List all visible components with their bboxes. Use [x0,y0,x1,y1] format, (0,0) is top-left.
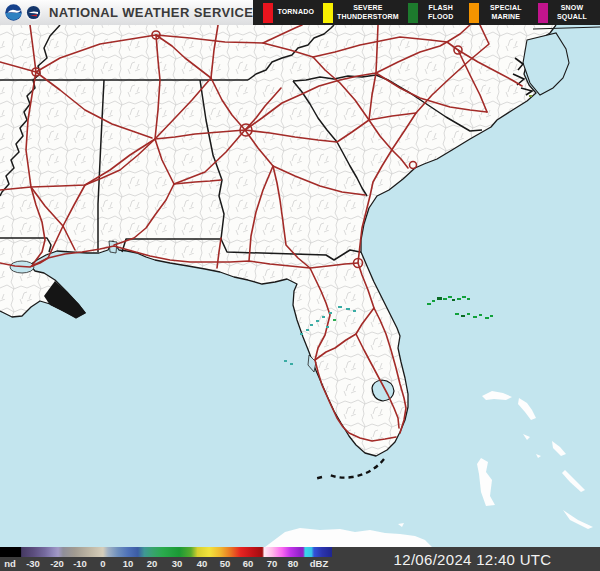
radar-echo [300,333,303,335]
nws-logo [25,4,42,21]
app-title: NATIONAL WEATHER SERVICE [49,5,253,20]
scale-tick: 30 [172,558,183,569]
logo-group [0,4,42,21]
timestamp-box: 12/06/2024 12:40 UTC [345,547,600,571]
legend-label: TORNADO [277,8,314,16]
radar-echo [490,315,493,317]
scale-tick: -30 [26,558,40,569]
scale-tick: -10 [73,558,87,569]
radar-echo [310,324,313,326]
radar-echo [290,363,293,365]
legend-swatch [538,3,548,23]
legend-item: SPECIAL MARINE [469,0,529,25]
legend-swatch [263,3,273,23]
scale-tick: 70 [267,558,278,569]
radar-echo [346,308,350,310]
legend-item: SEVERE THUNDERSTORM [323,0,399,25]
radar-echo [485,317,489,319]
radar-echo [461,315,465,317]
radar-echo [437,297,442,300]
radar-echo [284,360,287,362]
scale-tick: dBZ [310,558,328,569]
radar-echo [353,310,356,312]
legend-swatch [323,3,333,23]
radar-map[interactable] [0,25,600,547]
legend-label: SNOW SQUALL [552,4,592,20]
legend-label: SEVERE THUNDERSTORM [337,4,399,20]
legend-swatch [408,3,418,23]
legend-item: FLASH FLOOD [408,0,460,25]
radar-echo [316,320,319,322]
radar-echo [452,299,455,301]
scale-tick: 60 [243,558,254,569]
scale-tick: 0 [100,558,105,569]
radar-echo [333,319,336,321]
radar-echo [322,316,325,318]
radar-echo [306,329,309,331]
legend-item: SNOW SQUALL [538,0,592,25]
scale-tick: -20 [50,558,64,569]
radar-echo [448,296,452,298]
scale-tick: 20 [147,558,158,569]
legend-swatch [469,3,479,23]
noaa-logo [5,4,22,21]
radar-echo [457,298,461,300]
timestamp: 12/06/2024 12:40 UTC [394,551,552,568]
legend-label: SPECIAL MARINE [483,4,529,20]
legend-item: TORNADO [263,0,314,25]
radar-echo [467,298,470,300]
radar-echo [326,326,329,328]
reflectivity-scale-bar: nd-30-20-1001020304050607080dBZ 12/06/20… [0,547,600,571]
radar-echo [329,312,332,314]
header-bar: NATIONAL WEATHER SERVICE TORNADOSEVERE T… [0,0,600,25]
radar-echo [432,300,435,302]
radar-echo [338,306,342,308]
reflectivity-colorbar [0,547,332,557]
radar-echo [473,316,477,318]
radar-echo [455,313,459,315]
radar-echo [467,313,470,315]
nws-radar-app: NATIONAL WEATHER SERVICE TORNADOSEVERE T… [0,0,600,571]
legend-label: FLASH FLOOD [422,4,460,20]
scale-tick: 80 [288,558,299,569]
scale-tick: 10 [123,558,134,569]
scale-tick: nd [4,558,16,569]
radar-echo [529,95,532,97]
lake-okeechobee [372,380,394,401]
radar-echo [443,298,447,300]
map-canvas [0,25,600,547]
radar-echo [479,314,482,316]
radar-echo [462,296,466,298]
warning-legend: TORNADOSEVERE THUNDERSTORMFLASH FLOODSPE… [253,0,600,25]
scale-tick: 40 [197,558,208,569]
radar-echo [427,303,431,305]
scale-tick: 50 [220,558,231,569]
